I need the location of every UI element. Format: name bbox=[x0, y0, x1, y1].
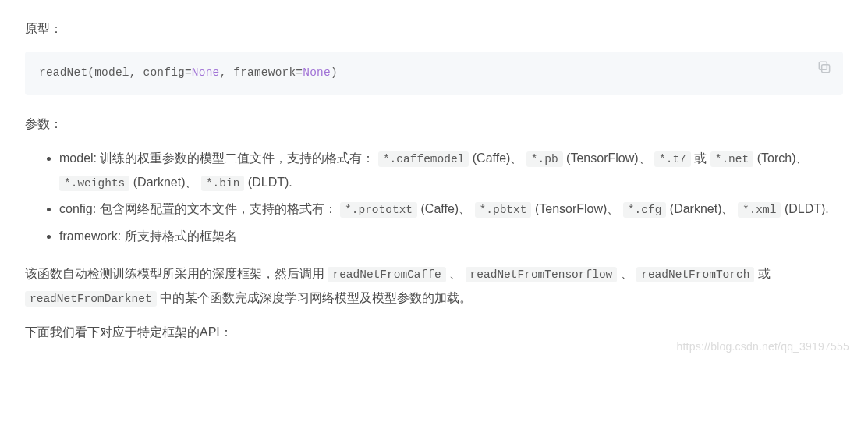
code-ext: *.caffemodel bbox=[378, 151, 469, 167]
text: (Torch)、 bbox=[753, 151, 808, 165]
code-seg: (model, config= bbox=[87, 66, 192, 79]
list-item: model: 训练的权重参数的模型二值文件，支持的格式有： *.caffemod… bbox=[59, 147, 843, 194]
list-item: framework: 所支持格式的框架名 bbox=[59, 225, 843, 248]
prototype-heading: 原型： bbox=[25, 17, 843, 41]
svg-rect-0 bbox=[822, 65, 830, 73]
code-ext: *.weights bbox=[59, 176, 129, 191]
text: (DLDT). bbox=[244, 176, 292, 189]
code-ext: *.prototxt bbox=[340, 202, 417, 218]
param-framework: framework: 所支持格式的框架名 bbox=[59, 229, 237, 243]
list-item: config: 包含网络配置的文本文件，支持的格式有： *.prototxt (… bbox=[59, 197, 843, 222]
text: (DLDT). bbox=[781, 202, 828, 215]
text: 、 bbox=[446, 267, 466, 280]
text: (TensorFlow)、 bbox=[563, 151, 654, 165]
code-ext: *.pbtxt bbox=[475, 202, 532, 218]
code-block: readNet(model, config=None, framework=No… bbox=[25, 52, 843, 95]
text: 、 bbox=[617, 267, 636, 280]
code-seg: ) bbox=[331, 66, 338, 79]
outro-paragraph: 下面我们看下对应于特定框架的API： bbox=[25, 321, 843, 344]
code-none: None bbox=[303, 66, 331, 79]
code-ext: *.t7 bbox=[654, 151, 691, 167]
copy-icon[interactable] bbox=[817, 59, 832, 75]
code-ext: *.net bbox=[710, 151, 754, 167]
detect-paragraph: 该函数自动检测训练模型所采用的深度框架，然后调用 readNetFromCaff… bbox=[25, 262, 843, 310]
text: 或 bbox=[754, 267, 770, 280]
text: (Darknet)、 bbox=[666, 202, 738, 215]
param-model-lead: model: 训练的权重参数的模型二值文件，支持的格式有： bbox=[59, 151, 374, 165]
code-ext: *.pb bbox=[526, 151, 563, 167]
code-ext: *.cfg bbox=[623, 202, 667, 218]
text: (TensorFlow)、 bbox=[531, 202, 622, 215]
code-fn-ref: readNetFromTensorflow bbox=[466, 267, 618, 282]
text: 或 bbox=[691, 151, 710, 165]
text: (Darknet)、 bbox=[129, 176, 201, 189]
params-list: model: 训练的权重参数的模型二值文件，支持的格式有： *.caffemod… bbox=[25, 147, 843, 248]
text: 中的某个函数完成深度学习网络模型及模型参数的加载。 bbox=[157, 291, 472, 304]
param-config-lead: config: 包含网络配置的文本文件，支持的格式有： bbox=[59, 202, 337, 215]
code-none: None bbox=[192, 66, 220, 79]
svg-rect-1 bbox=[819, 62, 827, 70]
text: 该函数自动检测训练模型所采用的深度框架，然后调用 bbox=[25, 267, 324, 280]
code-fn-ref: readNetFromDarknet bbox=[25, 291, 157, 307]
code-fn: readNet bbox=[39, 66, 87, 79]
code-ext: *.xml bbox=[738, 202, 781, 218]
text: (Caffe)、 bbox=[417, 202, 475, 215]
code-seg: , framework= bbox=[219, 66, 303, 79]
code-ext: *.bin bbox=[201, 176, 245, 191]
text: (Caffe)、 bbox=[469, 151, 526, 165]
params-heading: 参数： bbox=[25, 112, 843, 136]
code-fn-ref: readNetFromTorch bbox=[636, 267, 754, 282]
code-fn-ref: readNetFromCaffe bbox=[328, 267, 445, 282]
